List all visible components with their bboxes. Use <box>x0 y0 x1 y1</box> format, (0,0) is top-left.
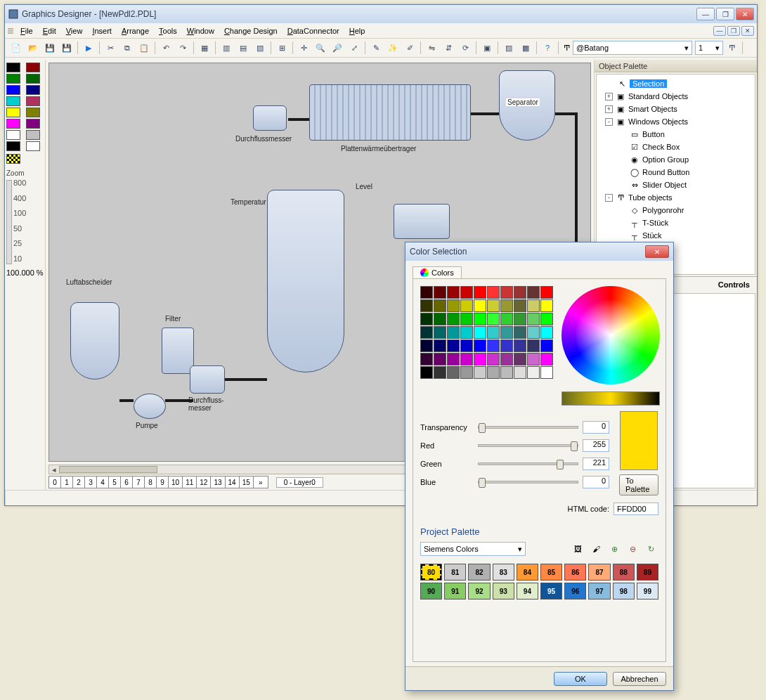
color-swatch[interactable] <box>514 339 526 352</box>
project-color-87[interactable]: 87 <box>588 564 610 581</box>
color-swatch[interactable] <box>420 299 433 312</box>
layer-tab-7[interactable]: 7 <box>132 476 145 488</box>
palette-swatch[interactable] <box>6 130 20 140</box>
palette-swatch[interactable] <box>26 108 40 117</box>
palette-swatch[interactable] <box>6 141 20 151</box>
color-swatch[interactable] <box>500 299 513 312</box>
project-color-88[interactable]: 88 <box>613 564 635 581</box>
tree-item-slider-object[interactable]: ⇔Slider Object <box>598 179 753 191</box>
color-swatch[interactable] <box>540 326 553 339</box>
mirror-v-button[interactable]: ⇵ <box>441 40 456 56</box>
help-button[interactable]: ? <box>540 40 555 56</box>
color-swatch[interactable] <box>474 353 486 365</box>
minimize-button[interactable]: — <box>696 8 715 20</box>
html-code-input[interactable] <box>614 503 658 515</box>
color-swatch[interactable] <box>447 326 460 339</box>
palette-swatch[interactable] <box>26 130 40 140</box>
palette-swatch[interactable] <box>6 108 20 117</box>
ok-button[interactable]: OK <box>554 672 607 686</box>
font-combo[interactable]: @Batang▾ <box>573 41 692 55</box>
color-swatch[interactable] <box>527 326 540 339</box>
color-swatch[interactable] <box>514 299 526 312</box>
tree-expander[interactable]: + <box>605 105 613 113</box>
palette-swatch[interactable] <box>26 85 40 95</box>
mdi-restore-button[interactable]: ❐ <box>727 26 740 36</box>
layer-more-button[interactable]: » <box>253 476 268 488</box>
heat-exchanger-shape[interactable] <box>309 84 471 141</box>
format-button[interactable]: ✐ <box>402 40 417 56</box>
tree-item-stück[interactable]: ┬Stück <box>598 229 753 242</box>
zoom-in-button[interactable]: 🔍 <box>313 40 328 56</box>
maximize-button[interactable]: ❐ <box>716 8 734 20</box>
color-swatch[interactable] <box>540 339 553 352</box>
layer-tab-13[interactable]: 13 <box>210 476 225 488</box>
project-color-93[interactable]: 93 <box>493 583 514 599</box>
text-color-button[interactable]: Ͳ <box>724 40 739 56</box>
color-swatch[interactable] <box>527 313 540 325</box>
layer-tab-4[interactable]: 4 <box>96 476 109 488</box>
project-color-85[interactable]: 85 <box>540 564 562 581</box>
project-color-84[interactable]: 84 <box>517 564 538 581</box>
redo-button[interactable]: ↷ <box>175 40 190 56</box>
color-swatch[interactable] <box>514 313 526 325</box>
color-swatch[interactable] <box>434 339 446 352</box>
wand-button[interactable]: ✎ <box>368 40 384 56</box>
layer-tab-0[interactable]: 0 <box>48 476 61 488</box>
layer2-button[interactable]: ▤ <box>235 40 251 56</box>
color-swatch[interactable] <box>474 326 486 339</box>
red-value[interactable]: 255 <box>583 439 609 452</box>
color-swatch[interactable] <box>487 299 500 312</box>
paste-button[interactable]: 📋 <box>136 40 152 56</box>
tree-item-tube-objects[interactable]: -ͲTube objects <box>598 191 753 204</box>
palette-swatch[interactable] <box>26 63 40 72</box>
color-swatch[interactable] <box>514 366 526 379</box>
flowmeter-shape[interactable] <box>253 105 287 131</box>
layer-tab-10[interactable]: 10 <box>168 476 183 488</box>
color-swatch[interactable] <box>487 339 500 352</box>
color-swatch[interactable] <box>447 366 460 379</box>
grid-button[interactable]: ▦ <box>197 40 212 56</box>
menu-arrange[interactable]: Arrange <box>117 25 153 37</box>
layer-tab-5[interactable]: 5 <box>108 476 121 488</box>
tree-item-windows-objects[interactable]: -▣Windows Objects <box>598 115 753 128</box>
tree-expander[interactable]: - <box>605 118 613 126</box>
color-swatch[interactable] <box>514 286 526 299</box>
tree-expander[interactable]: - <box>605 194 613 202</box>
color-swatch[interactable] <box>447 313 460 325</box>
tree-item-check-box[interactable]: ☑Check Box <box>598 141 753 153</box>
color-swatch[interactable] <box>527 299 540 312</box>
pump-shape[interactable] <box>134 394 166 419</box>
project-color-94[interactable]: 94 <box>517 583 538 599</box>
color-swatch[interactable] <box>420 339 433 352</box>
menu-window[interactable]: Window <box>183 25 219 37</box>
color-swatch[interactable] <box>500 286 513 299</box>
color-swatch[interactable] <box>474 299 486 312</box>
color-swatch[interactable] <box>447 286 460 299</box>
color-swatch[interactable] <box>434 299 446 312</box>
color-swatch[interactable] <box>540 353 553 365</box>
green-value[interactable]: 221 <box>583 458 609 470</box>
zoom-fit-button[interactable]: ⤢ <box>346 40 362 56</box>
color-swatch[interactable] <box>460 313 473 325</box>
palette-swatch[interactable] <box>26 74 40 84</box>
color-swatch[interactable] <box>540 299 553 312</box>
project-color-95[interactable]: 95 <box>540 583 562 599</box>
color-swatch[interactable] <box>460 339 473 352</box>
sparkle-button[interactable]: ✨ <box>385 40 401 56</box>
palette-new-button[interactable]: 🖼 <box>570 541 585 557</box>
color-swatch[interactable] <box>420 366 433 379</box>
scroll-left-button[interactable]: ◂ <box>49 465 59 474</box>
unit-shape[interactable] <box>394 204 450 239</box>
color-swatch[interactable] <box>527 353 540 365</box>
dialog-titlebar[interactable]: Color Selection ✕ <box>405 242 673 261</box>
tree-item-option-group[interactable]: ◉Option Group <box>598 153 753 166</box>
project-palette-combo[interactable]: Siemens Colors▾ <box>420 542 526 556</box>
to-palette-button[interactable]: To Palette <box>619 474 658 495</box>
tree-expander[interactable]: + <box>605 93 613 101</box>
snap-button[interactable]: ⊞ <box>274 40 290 56</box>
center-button[interactable]: ✛ <box>296 40 311 56</box>
color-swatch[interactable] <box>420 326 433 339</box>
current-layer[interactable]: 0 - Layer0 <box>276 477 323 488</box>
open-button[interactable]: 📂 <box>25 40 41 56</box>
color-wheel[interactable] <box>561 286 660 384</box>
